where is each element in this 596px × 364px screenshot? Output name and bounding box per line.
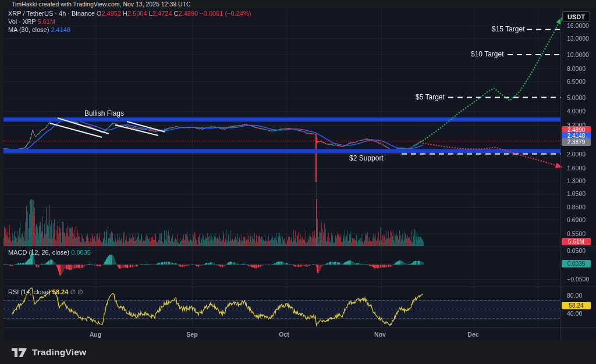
price-change: −0.0061 (−0.24%) [200,10,251,17]
price-axis-label: 80.00 [567,292,582,299]
ohlc-value: 2.5004 [127,10,147,17]
tradingview-screenshot: TimHakki created with TradingView.com, N… [0,0,596,364]
time-axis-label: Aug [90,331,101,338]
ma-value: 2.4148 [51,26,70,33]
macd-label[interactable]: MACD (12, 26, close) [8,249,69,256]
ma-indicator-label[interactable]: MA (30, close) [8,26,49,33]
price-tag: 2.3879 [562,138,591,146]
annotation-bullish-flags[interactable]: Bullish Flags [84,109,124,117]
ohlc-key: C [172,10,179,17]
price-axis-label: 6.5000 [567,78,586,85]
time-axis-label: Oct [279,331,289,338]
time-axis-label: Sep [186,331,197,338]
ohlc-value: 2.4724 [152,10,172,17]
rsi-legend: RSI (14, close) 58.24 ∅ ∅ [8,288,83,296]
price-axis-label: 13.0000 [567,35,589,42]
price-axis-label: 0.0500 [567,247,586,254]
legend-row-volume: Vol · XRP 5.61M [8,18,251,26]
volume-indicator-label[interactable]: Vol · XRP [8,18,36,25]
price-axis-label: 0.6900 [567,216,586,223]
legend-row-ma: MA (30, close) 2.4148 [8,26,251,34]
symbol-title[interactable]: XRP / TetherUS · 4h · Binance [8,10,95,17]
price-axis-label: 16.0000 [567,22,589,29]
time-axis[interactable]: AugSepOctNovDec [3,327,560,340]
chart-canvas[interactable] [0,0,596,364]
ohlc-key: L [147,10,152,17]
ohlc-values: O2.4952 H2.5004 L2.4724 C2.4890 [97,10,198,17]
macd-legend: MACD (12, 26, close) 0.0035 [8,249,91,256]
tradingview-logo[interactable]: TradingView [12,347,86,358]
price-tag: 5.61M [562,238,591,245]
annotation-15-target[interactable]: $15 Target [492,25,525,33]
price-axis-label: 4.0000 [567,108,586,115]
price-axis-label: 40.00 [567,310,582,317]
rsi-hidden-plots-icon[interactable]: ∅ ∅ [70,288,83,295]
ohlc-key: H [121,10,127,17]
currency-toggle-button[interactable]: USDT [562,11,590,22]
price-axis-label: −0.0500 [567,276,589,283]
price-axis-label: 0.8500 [567,204,586,210]
tradingview-logo-icon [12,348,27,358]
ohlc-value: 2.4952 [101,10,121,17]
price-axis-label: 2.0000 [567,151,586,158]
price-axis-label: 0.5500 [567,230,586,237]
bottom-bar: TradingView [0,340,596,364]
legend: XRP / TetherUS · 4h · Binance O2.4952 H2… [8,10,251,34]
ohlc-value: 2.4890 [179,10,198,17]
price-tag: 58.24 [562,302,591,309]
price-tag: 0.0035 [562,260,591,267]
rsi-label[interactable]: RSI (14, close) [8,288,51,295]
price-axis[interactable]: 16.000013.000010.00008.00006.50005.00004… [560,8,596,340]
tradingview-brand-text: TradingView [32,347,86,358]
annotation-5-target[interactable]: $5 Target [416,93,445,101]
price-axis-label: 1.3000 [567,177,586,184]
price-axis-label: 1.0500 [567,190,586,197]
price-axis-label: 10.0000 [567,51,589,58]
price-axis-label: 8.0000 [567,65,586,72]
annotation-10-target[interactable]: $10 Target [471,50,504,58]
rsi-value: 58.24 [52,288,69,295]
price-axis-label: 1.6000 [567,165,586,172]
price-axis-label: 5.0000 [567,94,586,101]
volume-value: 5.61M [38,18,56,25]
time-axis-label: Nov [374,331,386,338]
time-axis-label: Dec [467,331,478,338]
legend-row-symbol: XRP / TetherUS · 4h · Binance O2.4952 H2… [8,10,251,18]
annotation-2-support[interactable]: $2 Support [349,154,384,162]
macd-value: 0.0035 [71,249,91,256]
